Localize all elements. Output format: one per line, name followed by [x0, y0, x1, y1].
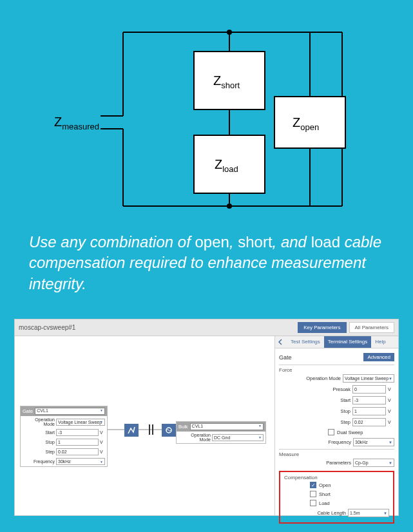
- rp-start-label: Start: [308, 397, 351, 403]
- rp-stop-unit: V: [388, 409, 394, 413]
- tab-test-settings[interactable]: Test Settings: [287, 336, 324, 348]
- cap-p3: ,: [229, 233, 238, 251]
- svg-text:Zmeasured: Zmeasured: [54, 115, 99, 131]
- short-checkbox[interactable]: [310, 491, 316, 497]
- rp-step-unit: V: [388, 420, 394, 424]
- lb-stop-unit: V: [100, 440, 105, 444]
- tab-all-parameters[interactable]: All Parameters: [349, 322, 394, 333]
- z-load-label: Z: [215, 157, 222, 171]
- dual-sweep-label: Dual Sweep: [337, 430, 363, 435]
- lb-freq-label: Frequency: [23, 459, 55, 464]
- cap-p2: open: [195, 233, 229, 251]
- rp-gate-label: Gate: [279, 354, 292, 361]
- rp-presoak-unit: V: [388, 387, 394, 392]
- bulk-block: Bulk CVL1 Operation Mode DC Gnd: [176, 421, 266, 444]
- cap-p1: Use any combination of: [29, 233, 195, 251]
- bulk-channel-select[interactable]: CVL1: [190, 423, 264, 430]
- svg-point-10: [227, 30, 232, 35]
- capacitor-icon: [144, 423, 158, 437]
- cap-p5: , and: [273, 233, 311, 251]
- z-short-sub: short: [221, 81, 240, 90]
- force-label: Force: [279, 365, 394, 373]
- tab-key-parameters[interactable]: Key Parameters: [298, 322, 346, 333]
- measure-label: Measure: [279, 449, 394, 457]
- tab-help[interactable]: Help: [371, 336, 389, 348]
- app-screenshot: moscap-cvsweep#1 Key Parameters All Para…: [14, 319, 399, 516]
- rp-params-select[interactable]: Cp-Gp: [353, 459, 394, 467]
- dual-sweep-checkbox[interactable]: [328, 429, 334, 435]
- circuit-diagram: Zshort Zload Zopen Zmeasured: [0, 0, 413, 219]
- z-measured-sub: measured: [62, 122, 99, 131]
- lb-opmode-label: Operation Mode: [23, 417, 55, 426]
- open-checkbox[interactable]: ✓: [310, 482, 316, 488]
- load-check-label: Load: [319, 500, 330, 506]
- z-measured-label: Z: [54, 115, 62, 129]
- rp-step-label: Step: [308, 419, 351, 425]
- lb-start-unit: V: [100, 430, 105, 435]
- right-panel-tabs: Test Settings Terminal Settings Help: [275, 336, 398, 348]
- lb-start-label: Start: [23, 430, 55, 435]
- screenshot-header: moscap-cvsweep#1 Key Parameters All Para…: [15, 319, 398, 336]
- rp-freq-label: Frequency: [309, 439, 351, 445]
- compensation-group: Compensation ✓ Open Short Load Cable: [279, 471, 394, 524]
- rp-freq-select[interactable]: 30kHz: [353, 438, 394, 446]
- circuit-svg: Zshort Zload Zopen Zmeasured: [39, 0, 374, 219]
- lb-stop-input[interactable]: 1: [56, 439, 99, 446]
- rp-start-unit: V: [388, 398, 394, 403]
- z-load-sub: load: [222, 164, 238, 174]
- compensation-label: Compensation: [284, 475, 389, 480]
- cap-p4: short: [238, 233, 272, 251]
- short-check-label: Short: [319, 491, 331, 497]
- rp-params-label: Parameters: [309, 460, 351, 466]
- z-open-label: Z: [293, 115, 300, 129]
- lb-stop-label: Stop: [23, 440, 55, 444]
- rp-stop-label: Stop: [308, 408, 351, 414]
- lb-opmode-select[interactable]: Voltage Linear Sweep: [56, 419, 105, 426]
- lb-start-input[interactable]: -3: [56, 429, 99, 436]
- svg-point-11: [227, 204, 232, 209]
- lb-step-unit: V: [100, 450, 105, 454]
- gate-block: Gate CVL1 Operation Mode Voltage Linear …: [20, 406, 108, 467]
- gate-channel-select[interactable]: CVL1: [35, 408, 105, 415]
- lb-freq-select[interactable]: 30kHz: [56, 458, 105, 465]
- cable-length-select[interactable]: 1.5m: [348, 509, 389, 517]
- diagram-canvas: Gate CVL1 Operation Mode Voltage Linear …: [15, 336, 274, 515]
- back-icon[interactable]: [275, 336, 287, 348]
- load-checkbox[interactable]: [310, 500, 316, 506]
- bulk-block-header: Bulk CVL1: [177, 422, 265, 432]
- tab-terminal-settings[interactable]: Terminal Settings: [324, 336, 371, 348]
- z-open-sub: open: [300, 122, 319, 132]
- open-check-label: Open: [319, 482, 331, 488]
- caption-text: Use any combination of open, short, and …: [0, 219, 413, 301]
- rp-opmode-select[interactable]: Voltage Linear Sweep: [343, 374, 394, 383]
- rp-start-input[interactable]: -3: [352, 396, 386, 404]
- right-panel: Test Settings Terminal Settings Help Gat…: [274, 336, 398, 515]
- rp-stop-input[interactable]: 1: [352, 407, 386, 415]
- gate-block-header: Gate CVL1: [21, 406, 107, 416]
- bulk-block-label: Bulk: [178, 424, 188, 430]
- bulk-opmode-select[interactable]: DC Gnd: [212, 434, 264, 441]
- source-icon: [124, 424, 139, 437]
- rp-presoak-label: Presoak: [308, 386, 351, 392]
- rp-presoak-input[interactable]: 0: [352, 385, 386, 394]
- lb-step-label: Step: [23, 450, 55, 454]
- bulk-opmode-label: Operation Mode: [178, 433, 211, 442]
- advanced-button[interactable]: Advanced: [363, 353, 394, 361]
- screenshot-title: moscap-cvsweep#1: [19, 324, 75, 331]
- cap-p6: load: [311, 233, 340, 251]
- rp-step-input[interactable]: 0.02: [352, 418, 386, 426]
- meter-icon: [162, 424, 176, 437]
- cable-length-label: Cable Length: [303, 510, 346, 516]
- gate-block-label: Gate: [23, 408, 33, 414]
- z-short-label: Z: [213, 73, 221, 88]
- lb-step-input[interactable]: 0.02: [56, 448, 99, 455]
- rp-opmode-label: Operation Mode: [298, 375, 341, 381]
